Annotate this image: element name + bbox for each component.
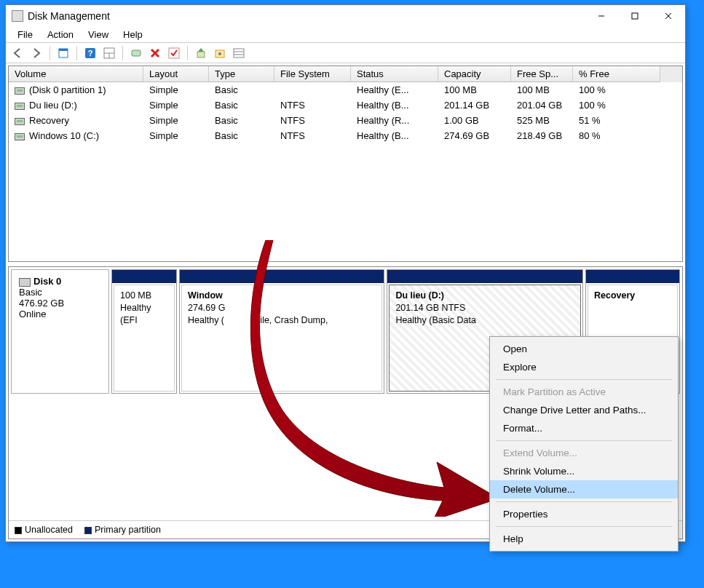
svg-rect-16 (234, 49, 244, 57)
table-row[interactable]: Du lieu (D:)SimpleBasicNTFSHealthy (B...… (9, 98, 682, 113)
col-type[interactable]: Type (209, 66, 274, 82)
col-status[interactable]: Status (351, 66, 438, 82)
drive-icon (15, 87, 25, 95)
context-menu-item[interactable]: Open (490, 340, 678, 358)
titlebar: Disk Management (6, 5, 685, 27)
close-button[interactable] (652, 5, 685, 27)
toolbar-delete-icon[interactable] (146, 44, 164, 62)
col-layout[interactable]: Layout (143, 66, 209, 82)
context-menu: OpenExploreMark Partition as ActiveChang… (489, 336, 679, 552)
drive-icon (15, 103, 25, 110)
maximize-button[interactable] (618, 5, 652, 27)
back-button[interactable] (9, 44, 26, 62)
toolbar-check-icon[interactable] (165, 44, 183, 62)
col-pct[interactable]: % Free (573, 66, 660, 82)
context-menu-item[interactable]: Properties (490, 505, 678, 523)
partition-efi[interactable]: 100 MB Healthy (EFI (111, 269, 177, 394)
context-menu-item: Mark Partition as Active (490, 383, 678, 401)
toolbar-up-icon[interactable] (192, 44, 210, 62)
context-menu-item[interactable]: Delete Volume... (490, 480, 678, 498)
toolbar-list-icon[interactable] (230, 44, 248, 62)
menu-view[interactable]: View (81, 28, 116, 41)
toolbar-settings-icon[interactable] (211, 44, 229, 62)
menu-file[interactable]: File (10, 28, 40, 41)
disk-status: Online (19, 309, 101, 319)
menu-help[interactable]: Help (116, 28, 150, 41)
disk-name: Disk 0 (33, 276, 61, 287)
toolbar-refresh-icon[interactable] (127, 44, 145, 62)
forward-button[interactable] (28, 44, 45, 62)
context-menu-item: Extend Volume... (490, 444, 678, 462)
svg-text:?: ? (88, 49, 93, 57)
svg-rect-1 (632, 13, 638, 19)
svg-point-15 (218, 52, 221, 55)
app-icon (12, 10, 23, 22)
legend-unallocated: Unallocated (15, 525, 73, 535)
disk-icon (19, 278, 31, 287)
legend-primary: Primary partition (84, 525, 161, 535)
minimize-button[interactable] (585, 5, 618, 27)
partition-windows[interactable]: Window 274.69 G Healthy ( File, Crash Du… (179, 269, 384, 394)
table-row[interactable]: Windows 10 (C:)SimpleBasicNTFSHealthy (B… (9, 128, 682, 143)
window-title: Disk Management (28, 10, 585, 22)
table-row[interactable]: (Disk 0 partition 1)SimpleBasicHealthy (… (9, 82, 682, 98)
volume-list-body[interactable]: (Disk 0 partition 1)SimpleBasicHealthy (… (9, 82, 682, 261)
volume-list-header: Volume Layout Type File System Status Ca… (9, 66, 682, 82)
volume-list: Volume Layout Type File System Status Ca… (8, 65, 683, 262)
toolbar-layout-icon[interactable] (100, 44, 118, 62)
disk-label[interactable]: Disk 0 Basic 476.92 GB Online (11, 269, 109, 394)
col-volume[interactable]: Volume (9, 66, 143, 82)
menu-action[interactable]: Action (40, 28, 81, 41)
context-menu-item[interactable]: Change Drive Letter and Paths... (490, 401, 678, 419)
disk-type: Basic (19, 287, 101, 298)
col-free[interactable]: Free Sp... (511, 66, 573, 82)
svg-rect-13 (197, 52, 205, 57)
svg-rect-5 (59, 49, 68, 51)
menubar: File Action View Help (6, 27, 685, 43)
svg-rect-11 (132, 50, 141, 56)
toolbar-view-icon[interactable] (55, 44, 72, 62)
col-capacity[interactable]: Capacity (438, 66, 511, 82)
table-row[interactable]: RecoverySimpleBasicNTFSHealthy (R...1.00… (9, 113, 682, 128)
toolbar-help-icon[interactable]: ? (82, 44, 99, 62)
context-menu-item[interactable]: Explore (490, 358, 678, 376)
context-menu-item[interactable]: Shrink Volume... (490, 462, 678, 480)
col-fs[interactable]: File System (274, 66, 351, 82)
disk-size: 476.92 GB (19, 298, 101, 309)
drive-icon (15, 118, 25, 125)
toolbar: ? (6, 43, 685, 63)
drive-icon (15, 133, 25, 140)
context-menu-item[interactable]: Help (490, 530, 678, 548)
context-menu-item[interactable]: Format... (490, 419, 678, 437)
